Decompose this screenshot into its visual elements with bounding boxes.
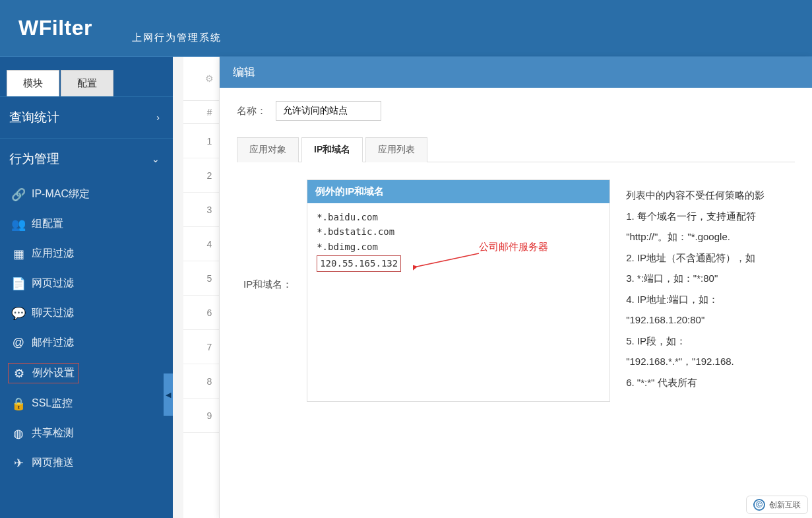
group-icon: 👥: [12, 218, 25, 231]
main-area: ⚙ # 123456789 编辑 名称： 应用对象IP和域名应用列表 IP和域名…: [173, 57, 812, 518]
sidebar-item-6[interactable]: ⚙例外设置: [0, 358, 173, 389]
help-text: 列表中的内容不受任何策略的影1. 每个域名一行，支持通配符"http://"。如…: [626, 179, 788, 402]
sidebar-item-label: 网页过滤: [32, 276, 74, 290]
sidebar-item-label: 例外设置: [32, 366, 75, 380]
sidebar-tab-config[interactable]: 配置: [61, 70, 113, 96]
name-row: 名称：: [237, 101, 795, 121]
arrow-icon: [413, 252, 485, 272]
svg-line-0: [417, 253, 479, 267]
help-line: 3. *:端口，如："*:80": [626, 268, 788, 289]
section-title: 查询统计: [9, 109, 59, 126]
sidebar-item-label: 网页推送: [32, 456, 74, 470]
section-query: 查询统计 ›: [0, 96, 173, 138]
sidebar-item-label: 应用过滤: [32, 247, 74, 261]
name-input[interactable]: [276, 101, 381, 121]
help-line: 6. "*:*" 代表所有: [626, 372, 788, 393]
help-line: 4. IP地址:端口，如：: [626, 289, 788, 310]
sidebar-item-label: SSL监控: [32, 397, 73, 410]
page-icon: 📄: [12, 277, 25, 290]
help-line: "http://"。如："*.google.: [626, 226, 788, 247]
panel-title: 编辑: [220, 57, 812, 88]
watermark: Ⓒ 创新互联: [746, 496, 808, 514]
tab-ip[interactable]: IP和域名: [301, 137, 363, 162]
name-label: 名称：: [237, 105, 266, 117]
field-label-ip: IP和域名：: [243, 278, 292, 291]
logo-sub: 上网行为管理系统: [132, 32, 222, 44]
mail-icon: @: [12, 337, 25, 350]
section-title: 行为管理: [9, 150, 59, 168]
lock-icon: 🔒: [12, 397, 25, 410]
help-line: 列表中的内容不受任何策略的影: [626, 185, 788, 206]
annotation-label: 公司邮件服务器: [479, 239, 548, 255]
sidebar-collapse-handle[interactable]: ◀: [164, 373, 173, 416]
app-header: WFilter 上网行为管理系统: [0, 0, 812, 57]
sidebar-item-label: IP-MAC绑定: [32, 187, 90, 201]
app-icon: ▦: [12, 247, 25, 261]
gear-icon: ⚙: [13, 367, 26, 380]
sidebar-item-2[interactable]: ▦应用过滤: [0, 239, 173, 269]
help-line: "192.168.1.20:80": [626, 309, 788, 331]
sidebar-tab-module[interactable]: 模块: [7, 70, 59, 96]
section-header-query[interactable]: 查询统计 ›: [0, 97, 173, 138]
section-header-behavior[interactable]: 行为管理 ⌄: [0, 139, 173, 179]
chevron-down-icon: ⌄: [152, 154, 160, 164]
help-line: 5. IP段，如：: [626, 331, 788, 352]
help-line: 2. IP地址（不含通配符），如: [626, 247, 788, 269]
sidebar-item-4[interactable]: 💬聊天过滤: [0, 298, 173, 328]
edit-panel: 编辑 名称： 应用对象IP和域名应用列表 IP和域名： 例外的IP和域名 *.b…: [219, 57, 812, 518]
sidebar-item-label: 邮件过滤: [32, 336, 74, 350]
logo-main: WFilter: [18, 16, 92, 40]
link-icon: 🔗: [12, 188, 25, 201]
section-behavior: 行为管理 ⌄ 🔗IP-MAC绑定👥组配置▦应用过滤📄网页过滤💬聊天过滤@邮件过滤…: [0, 138, 173, 478]
sidebar-item-7[interactable]: 🔒SSL监控: [0, 389, 173, 418]
sidebar-item-5[interactable]: @邮件过滤: [0, 328, 173, 358]
chat-icon: 💬: [12, 307, 25, 320]
sidebar-item-0[interactable]: 🔗IP-MAC绑定: [0, 179, 173, 209]
domain-line: *.bdstatic.com: [317, 224, 600, 239]
sidebar-item-8[interactable]: ◍共享检测: [0, 418, 173, 448]
sidebar-tabs: 模块 配置: [0, 57, 173, 96]
watermark-logo-icon: Ⓒ: [753, 499, 765, 511]
tab-content: IP和域名： 例外的IP和域名 *.baidu.com*.bdstatic.co…: [237, 162, 795, 408]
sidebar-item-label: 聊天过滤: [32, 306, 74, 320]
gear-icon[interactable]: ⚙: [205, 73, 214, 84]
sidebar-item-label: 共享检测: [32, 426, 74, 440]
sidebar-item-9[interactable]: ✈网页推送: [0, 448, 173, 478]
watermark-text: 创新互联: [769, 500, 801, 511]
highlighted-ip-line: 120.55.165.132: [317, 255, 401, 271]
sidebar-item-1[interactable]: 👥组配置: [0, 209, 173, 239]
help-line: "192.168.*.*"，"192.168.: [626, 351, 788, 372]
help-line: 1. 每个域名一行，支持通配符: [626, 206, 788, 227]
panel-tabs: 应用对象IP和域名应用列表: [237, 137, 795, 162]
ip-domain-textarea[interactable]: *.baidu.com*.bdstatic.com*.bdimg.com 120…: [307, 203, 609, 401]
ip-domain-panel: 例外的IP和域名 *.baidu.com*.bdstatic.com*.bdim…: [307, 179, 610, 402]
sidebar-item-3[interactable]: 📄网页过滤: [0, 269, 173, 298]
tab-apps[interactable]: 应用列表: [365, 137, 427, 162]
tab-obj[interactable]: 应用对象: [237, 137, 299, 162]
share-icon: ◍: [12, 427, 25, 440]
sidebar-item-label: 组配置: [32, 217, 63, 231]
chevron-right-icon: ›: [156, 112, 160, 123]
sidebar: 模块 配置 查询统计 › 行为管理 ⌄ 🔗IP-MAC绑定👥组配置▦应用过滤📄网…: [0, 57, 173, 518]
inner-panel-title: 例外的IP和域名: [307, 180, 609, 203]
domain-line: *.baidu.com: [317, 210, 600, 224]
push-icon: ✈: [12, 457, 25, 470]
